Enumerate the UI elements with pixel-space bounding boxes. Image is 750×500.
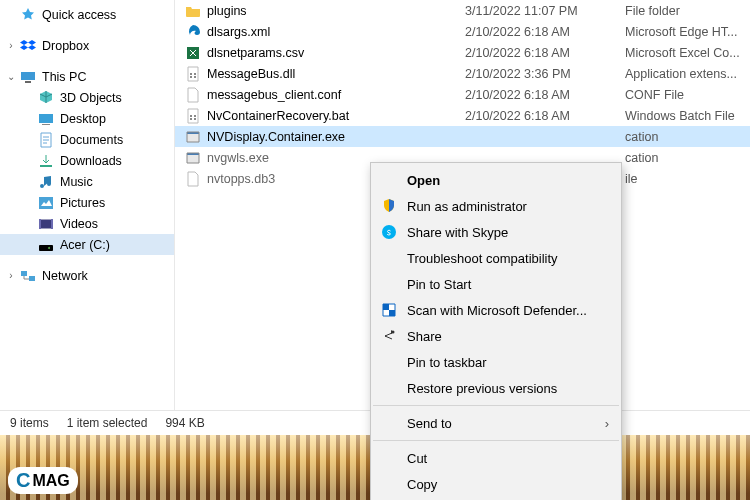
menu-label: Share with Skype xyxy=(407,225,508,240)
svg-rect-0 xyxy=(21,72,35,80)
file-name: nvgwls.exe xyxy=(207,151,269,165)
menu-item-pin-to-taskbar[interactable]: Pin to taskbar xyxy=(371,349,621,375)
nav-label: 3D Objects xyxy=(60,91,122,105)
svg-rect-16 xyxy=(188,67,198,81)
nav-pane: Quick access›Dropbox⌄This PC3D ObjectsDe… xyxy=(0,0,175,410)
file-row[interactable]: messagebus_client.conf2/10/2022 6:18 AMC… xyxy=(175,84,750,105)
svg-rect-12 xyxy=(39,245,53,251)
file-date: 2/10/2022 6:18 AM xyxy=(465,46,625,60)
nav-item-documents[interactable]: Documents xyxy=(0,129,174,150)
nav-item-3d-objects[interactable]: 3D Objects xyxy=(0,87,174,108)
file-icon xyxy=(185,87,201,103)
exe-icon xyxy=(185,129,201,145)
down-icon xyxy=(38,153,54,169)
svg-rect-10 xyxy=(51,219,53,229)
nav-label: Music xyxy=(60,175,93,189)
file-name: NvContainerRecovery.bat xyxy=(207,109,349,123)
svg-point-32 xyxy=(382,225,396,239)
nav-label: Acer (C:) xyxy=(60,238,110,252)
svg-rect-26 xyxy=(194,118,196,120)
nav-item-this-pc[interactable]: ⌄This PC xyxy=(0,66,174,87)
menu-item-send-to[interactable]: Send to› xyxy=(371,410,621,436)
menu-item-share-with-skype[interactable]: Share with Skype xyxy=(371,219,621,245)
svg-rect-18 xyxy=(194,73,196,75)
file-type: Windows Batch File xyxy=(625,109,750,123)
expander-icon[interactable]: ⌄ xyxy=(6,71,16,82)
dll-icon xyxy=(185,108,201,124)
menu-label: Troubleshoot compatibility xyxy=(407,251,558,266)
nav-item-music[interactable]: Music xyxy=(0,171,174,192)
nav-item-network[interactable]: ›Network xyxy=(0,265,174,286)
svg-rect-19 xyxy=(190,76,192,78)
menu-item-open[interactable]: Open xyxy=(371,167,621,193)
expander-icon[interactable]: › xyxy=(6,40,16,51)
menu-item-scan-with-microsoft-defender-[interactable]: Scan with Microsoft Defender... xyxy=(371,297,621,323)
menu-label: Restore previous versions xyxy=(407,381,557,396)
share-icon xyxy=(381,328,397,344)
menu-label: Scan with Microsoft Defender... xyxy=(407,303,587,318)
svg-rect-13 xyxy=(21,271,27,276)
vid-icon xyxy=(38,216,54,232)
menu-separator xyxy=(373,440,619,441)
nav-item-acer-c-[interactable]: Acer (C:) xyxy=(0,234,174,255)
nav-item-dropbox[interactable]: ›Dropbox xyxy=(0,35,174,56)
file-name: dlsnetparams.csv xyxy=(207,46,304,60)
nav-item-desktop[interactable]: Desktop xyxy=(0,108,174,129)
menu-item-run-as-administrator[interactable]: Run as administrator xyxy=(371,193,621,219)
file-name: MessageBus.dll xyxy=(207,67,295,81)
svg-rect-8 xyxy=(39,219,53,229)
pc-icon xyxy=(20,69,36,85)
file-row[interactable]: NVDisplay.Container.execation xyxy=(175,126,750,147)
nav-label: Downloads xyxy=(60,154,122,168)
file-type: Microsoft Edge HT... xyxy=(625,25,750,39)
svg-rect-22 xyxy=(188,109,198,123)
file-name: dlsargs.xml xyxy=(207,25,270,39)
menu-item-cut[interactable]: Cut xyxy=(371,445,621,471)
file-date: 2/10/2022 6:18 AM xyxy=(465,109,625,123)
excel-icon xyxy=(185,45,201,61)
menu-label: Copy xyxy=(407,477,437,492)
menu-label: Share xyxy=(407,329,442,344)
nav-label: Pictures xyxy=(60,196,105,210)
nav-label: Quick access xyxy=(42,8,116,22)
menu-item-copy[interactable]: Copy xyxy=(371,471,621,497)
nav-item-pictures[interactable]: Pictures xyxy=(0,192,174,213)
file-type: Application extens... xyxy=(625,67,750,81)
status-size: 994 KB xyxy=(165,416,204,430)
file-name: nvtopps.db3 xyxy=(207,172,275,186)
file-row[interactable]: dlsnetparams.csv2/10/2022 6:18 AMMicroso… xyxy=(175,42,750,63)
file-type: Microsoft Excel Co... xyxy=(625,46,750,60)
svg-rect-4 xyxy=(42,124,50,125)
nav-item-downloads[interactable]: Downloads xyxy=(0,150,174,171)
exe-icon xyxy=(185,150,201,166)
menu-label: Pin to Start xyxy=(407,277,471,292)
pic-icon xyxy=(38,195,54,211)
nav-label: Documents xyxy=(60,133,123,147)
expander-icon[interactable]: › xyxy=(6,270,16,281)
svg-rect-2 xyxy=(25,81,31,83)
dropbox-icon xyxy=(20,38,36,54)
menu-item-restore-previous-versions[interactable]: Restore previous versions xyxy=(371,375,621,401)
file-row[interactable]: MessageBus.dll2/10/2022 3:36 PMApplicati… xyxy=(175,63,750,84)
menu-label: Run as administrator xyxy=(407,199,527,214)
doc-icon xyxy=(38,132,54,148)
defender-icon xyxy=(381,302,397,318)
menu-label: Send to xyxy=(407,416,452,431)
nav-item-quick-access[interactable]: Quick access xyxy=(0,4,174,25)
nav-item-videos[interactable]: Videos xyxy=(0,213,174,234)
file-date: 2/10/2022 6:18 AM xyxy=(465,25,625,39)
menu-label: Open xyxy=(407,173,440,188)
music-icon xyxy=(38,174,54,190)
folder-icon xyxy=(185,3,201,19)
file-row[interactable]: plugins3/11/2022 11:07 PMFile folder xyxy=(175,0,750,21)
menu-item-troubleshoot-compatibility[interactable]: Troubleshoot compatibility xyxy=(371,245,621,271)
svg-rect-14 xyxy=(29,276,35,281)
file-row[interactable]: NvContainerRecovery.bat2/10/2022 6:18 AM… xyxy=(175,105,750,126)
svg-rect-24 xyxy=(194,115,196,117)
menu-item-pin-to-start[interactable]: Pin to Start xyxy=(371,271,621,297)
file-date: 3/11/2022 11:07 PM xyxy=(465,4,625,18)
file-date: 2/10/2022 6:18 AM xyxy=(465,88,625,102)
menu-item-share[interactable]: Share xyxy=(371,323,621,349)
file-name: messagebus_client.conf xyxy=(207,88,341,102)
file-row[interactable]: dlsargs.xml2/10/2022 6:18 AMMicrosoft Ed… xyxy=(175,21,750,42)
